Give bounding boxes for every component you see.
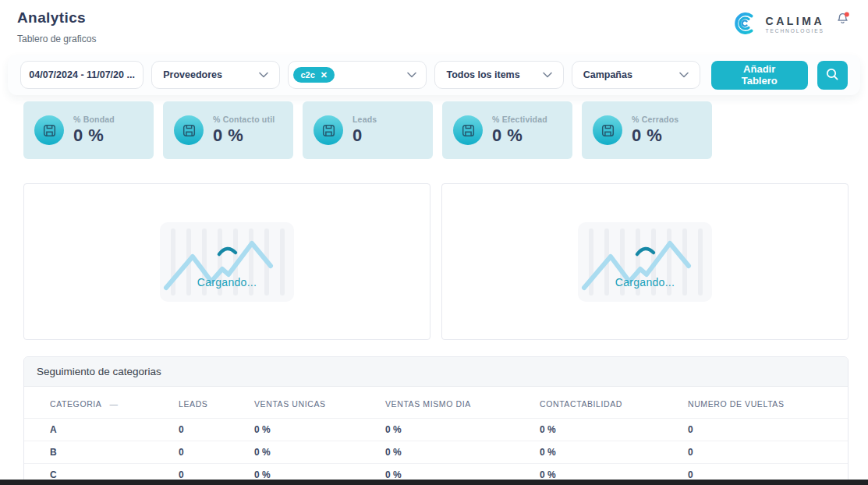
chevron-down-icon <box>259 69 268 80</box>
save-icon <box>34 115 64 145</box>
cell-contactabilidad: 0 % <box>533 441 682 464</box>
table-title: Seguimiento de categorias <box>24 357 848 387</box>
column-header-leads[interactable]: LEADS <box>172 387 248 419</box>
column-header-numero-vueltas[interactable]: NUMERO DE VUELTAS <box>682 387 848 419</box>
proveedor-multiselect[interactable]: c2c ✕ <box>288 61 427 89</box>
save-icon <box>453 115 483 145</box>
campanas-dropdown[interactable]: Campañas <box>572 61 700 89</box>
cell-ventas-mismo-dia: 0 % <box>379 419 533 441</box>
column-header-categoria[interactable]: CATEGORIA— <box>24 387 172 419</box>
column-header-ventas-mismo-dia[interactable]: VENTAS MISMO DIA <box>379 387 533 419</box>
column-header-ventas-unicas[interactable]: VENTAS UNICAS <box>248 387 379 419</box>
loading-text: Cargando... <box>160 276 294 289</box>
cell-leads: 0 <box>172 441 248 464</box>
cell-categoria: B <box>24 441 172 464</box>
filter-bar: 04/07/2024 - 11/07/20 ... Proveedores c2… <box>8 55 860 95</box>
brand-area: CALIMA TECHNOLOGIES <box>731 9 849 41</box>
kpi-value: 0 % <box>492 126 547 146</box>
items-dropdown[interactable]: Todos los items <box>434 61 563 89</box>
kpi-value: 0 <box>353 126 377 146</box>
kpi-card-cerrados: % Cerrados 0 % <box>582 101 712 159</box>
sort-indicator: — <box>109 399 118 409</box>
date-range-input[interactable]: 04/07/2024 - 11/07/20 ... <box>20 61 143 89</box>
cell-ventas-unicas: 0 % <box>248 419 379 441</box>
proveedores-dropdown[interactable]: Proveedores <box>151 61 280 89</box>
categories-table-card: Seguimiento de categorias CATEGORIA— LEA… <box>23 356 849 485</box>
save-icon <box>593 115 622 145</box>
brand-text: CALIMA TECHNOLOGIES <box>766 16 824 34</box>
loading-text: Cargando... <box>578 276 712 289</box>
brand-name: CALIMA <box>766 16 824 27</box>
add-board-button[interactable]: Añadir Tablero <box>711 61 808 90</box>
page-subtitle: Tablero de graficos <box>17 34 851 44</box>
chevron-down-icon <box>543 69 552 80</box>
kpi-label: Leads <box>353 115 377 124</box>
kpi-value: 0 % <box>213 126 275 146</box>
page-title: Analytics <box>17 9 851 27</box>
chart-panel-right: Cargando... <box>441 183 849 340</box>
window-bottom-edge <box>0 480 868 485</box>
search-button[interactable] <box>817 61 848 90</box>
chart-loading-placeholder: Cargando... <box>160 222 294 302</box>
kpi-card-leads: Leads 0 <box>303 101 433 159</box>
save-icon <box>314 115 343 145</box>
cell-leads: 0 <box>172 419 248 441</box>
chip-label: c2c <box>300 70 314 80</box>
kpi-value: 0 % <box>73 126 115 146</box>
brand-tagline: TECHNOLOGIES <box>766 29 824 34</box>
cell-ventas-mismo-dia: 0 % <box>379 441 533 464</box>
chevron-down-icon <box>407 69 416 80</box>
calima-logo-icon <box>731 9 759 41</box>
cell-ventas-unicas: 0 % <box>248 441 379 464</box>
close-icon[interactable]: ✕ <box>321 71 328 80</box>
kpi-label: % Bondad <box>73 115 115 124</box>
cell-numero-vueltas: 0 <box>682 441 848 464</box>
save-icon <box>174 115 204 145</box>
proveedores-label: Proveedores <box>163 69 222 80</box>
kpi-card-contacto-util: % Contacto util 0 % <box>163 101 293 159</box>
cell-numero-vueltas: 0 <box>682 419 848 441</box>
notifications-bell-icon[interactable] <box>836 12 849 28</box>
chevron-down-icon <box>679 69 689 80</box>
kpi-row: % Bondad 0 % % Contacto util 0 % Leads 0… <box>23 101 845 159</box>
search-icon <box>825 67 839 83</box>
cell-contactabilidad: 0 % <box>533 419 682 441</box>
kpi-value: 0 % <box>632 126 678 146</box>
chart-loading-placeholder: Cargando... <box>578 222 712 302</box>
cell-categoria: A <box>24 419 172 441</box>
kpi-label: % Contacto util <box>213 115 275 124</box>
column-header-contactabilidad[interactable]: CONTACTABILIDAD <box>533 387 682 419</box>
table-row: B 0 0 % 0 % 0 % 0 <box>24 441 848 464</box>
categories-table: CATEGORIA— LEADS VENTAS UNICAS VENTAS MI… <box>24 387 848 485</box>
notification-dot <box>845 12 849 16</box>
kpi-label: % Cerrados <box>632 115 678 124</box>
kpi-card-bondad: % Bondad 0 % <box>23 101 154 159</box>
chart-panel-left: Cargando... <box>23 183 430 340</box>
page-header: Analytics Tablero de graficos CALIMA TEC… <box>0 0 868 55</box>
loading-chart-skeleton-icon <box>160 222 294 302</box>
kpi-label: % Efectividad <box>492 115 547 124</box>
table-header-row: CATEGORIA— LEADS VENTAS UNICAS VENTAS MI… <box>24 387 848 419</box>
loading-chart-skeleton-icon <box>578 222 712 302</box>
items-label: Todos los items <box>446 69 519 80</box>
kpi-card-efectividad: % Efectividad 0 % <box>442 101 572 159</box>
date-range-value: 04/07/2024 - 11/07/20 ... <box>29 69 135 80</box>
selected-chip: c2c ✕ <box>293 67 335 83</box>
campanas-label: Campañas <box>583 69 632 80</box>
charts-row: Cargando... Cargando... <box>23 183 849 340</box>
table-row: A 0 0 % 0 % 0 % 0 <box>24 419 848 441</box>
